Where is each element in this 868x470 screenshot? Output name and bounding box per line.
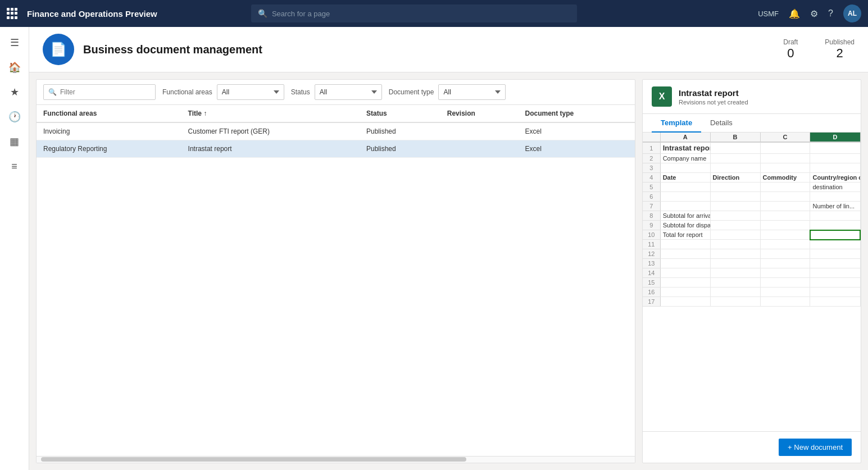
spreadsheet-cell[interactable]: [710, 154, 760, 163]
spreadsheet-cell[interactable]: [810, 288, 860, 297]
scrollbar-track[interactable]: [41, 457, 466, 462]
spreadsheet-row: 9Subtotal for dispatches: [643, 221, 860, 230]
sidebar-recent-icon[interactable]: 🕐: [3, 106, 26, 128]
spreadsheet-cell[interactable]: [710, 142, 760, 154]
sidebar-favorites-icon[interactable]: ★: [3, 81, 26, 103]
spreadsheet-cell[interactable]: [810, 163, 860, 173]
spreadsheet-cell[interactable]: [760, 288, 810, 297]
spreadsheet-cell[interactable]: Number of lin...: [810, 202, 860, 211]
spreadsheet-cell[interactable]: [760, 259, 810, 268]
sidebar-workspaces-icon[interactable]: ▦: [3, 130, 26, 153]
row-number: 1: [643, 142, 660, 154]
functional-areas-select[interactable]: All: [217, 84, 284, 100]
spreadsheet-row: 6: [643, 192, 860, 202]
spreadsheet-cell[interactable]: [810, 268, 860, 278]
spreadsheet-cell[interactable]: [810, 221, 860, 230]
spreadsheet-cell[interactable]: [710, 221, 760, 230]
spreadsheet-cell[interactable]: [710, 202, 760, 211]
spreadsheet-cell[interactable]: [660, 202, 710, 211]
spreadsheet-cell[interactable]: Direction: [710, 173, 760, 182]
spreadsheet-cell[interactable]: [810, 211, 860, 221]
spreadsheet-cell[interactable]: [810, 230, 860, 240]
spreadsheet-cell[interactable]: [660, 259, 710, 268]
col-title[interactable]: Title ↑: [181, 105, 360, 122]
spreadsheet-cell[interactable]: [760, 211, 810, 221]
spreadsheet-cell[interactable]: [660, 192, 710, 202]
spreadsheet-cell[interactable]: [810, 192, 860, 202]
spreadsheet-cell[interactable]: [660, 268, 710, 278]
table-row[interactable]: Regulatory ReportingIntrastat reportPubl…: [37, 140, 635, 158]
spreadsheet-cell[interactable]: [810, 142, 860, 154]
spreadsheet-cell[interactable]: [760, 202, 810, 211]
spreadsheet-cell[interactable]: [760, 249, 810, 259]
spreadsheet-cell[interactable]: [810, 278, 860, 288]
filter-input[interactable]: [60, 88, 151, 96]
spreadsheet-cell[interactable]: [760, 192, 810, 202]
row-number: 7: [643, 202, 660, 211]
spreadsheet-cell[interactable]: [660, 163, 710, 173]
sidebar-home-icon[interactable]: 🏠: [3, 56, 26, 79]
filter-input-container[interactable]: 🔍: [43, 84, 156, 100]
spreadsheet-cell[interactable]: [760, 278, 810, 288]
sidebar-menu-icon[interactable]: ☰: [3, 31, 26, 54]
spreadsheet-cell[interactable]: Company name: [660, 154, 710, 163]
spreadsheet-cell[interactable]: [710, 249, 760, 259]
spreadsheet-cell[interactable]: [760, 240, 810, 249]
spreadsheet-cell[interactable]: Intrastat report: [660, 142, 710, 154]
spreadsheet-cell[interactable]: destination: [810, 182, 860, 192]
search-input[interactable]: [272, 10, 570, 18]
scrollbar-area[interactable]: [37, 456, 635, 463]
settings-icon[interactable]: ⚙: [810, 8, 818, 19]
spreadsheet-cell[interactable]: [760, 142, 810, 154]
search-bar[interactable]: 🔍: [251, 4, 577, 22]
spreadsheet-cell[interactable]: [710, 259, 760, 268]
new-document-button[interactable]: + New document: [779, 439, 852, 456]
spreadsheet-cell[interactable]: [710, 297, 760, 307]
help-icon[interactable]: ?: [828, 8, 833, 19]
document-type-select[interactable]: All: [438, 84, 506, 100]
spreadsheet-row: 7Number of lin...: [643, 202, 860, 211]
spreadsheet-cell[interactable]: [810, 240, 860, 249]
spreadsheet-cell[interactable]: [760, 230, 810, 240]
spreadsheet-cell[interactable]: [660, 288, 710, 297]
spreadsheet-cell[interactable]: [710, 230, 760, 240]
spreadsheet-cell[interactable]: [660, 182, 710, 192]
spreadsheet-cell[interactable]: Subtotal for dispatches: [660, 221, 710, 230]
spreadsheet-cell[interactable]: [760, 163, 810, 173]
spreadsheet-cell[interactable]: [760, 268, 810, 278]
spreadsheet-cell[interactable]: [760, 297, 810, 307]
user-avatar[interactable]: AL: [843, 4, 861, 22]
spreadsheet-cell[interactable]: [710, 240, 760, 249]
sidebar-modules-icon[interactable]: ≡: [3, 155, 26, 177]
spreadsheet-cell[interactable]: [810, 259, 860, 268]
table-row[interactable]: InvoicingCustomer FTI report (GER)Publis…: [37, 122, 635, 140]
spreadsheet-cell[interactable]: [760, 182, 810, 192]
spreadsheet-cell[interactable]: [660, 297, 710, 307]
status-select[interactable]: All: [315, 84, 382, 100]
spreadsheet-cell[interactable]: [660, 240, 710, 249]
spreadsheet-cell[interactable]: [760, 221, 810, 230]
spreadsheet-cell[interactable]: [810, 249, 860, 259]
spreadsheet-cell[interactable]: Country/region c...: [810, 173, 860, 182]
spreadsheet-cell[interactable]: [810, 297, 860, 307]
spreadsheet-cell[interactable]: Total for report: [660, 230, 710, 240]
company-selector[interactable]: USMF: [758, 10, 779, 18]
notification-icon[interactable]: 🔔: [789, 8, 800, 19]
spreadsheet-cell[interactable]: Subtotal for arrivals: [660, 211, 710, 221]
spreadsheet-cell[interactable]: [810, 154, 860, 163]
spreadsheet-cell[interactable]: [710, 163, 760, 173]
spreadsheet-cell[interactable]: [660, 249, 710, 259]
tab-details[interactable]: Details: [701, 114, 742, 133]
spreadsheet-cell[interactable]: Commodity: [760, 173, 810, 182]
spreadsheet-cell[interactable]: [760, 154, 810, 163]
spreadsheet-cell[interactable]: [710, 278, 760, 288]
app-grid-icon[interactable]: [7, 8, 18, 19]
spreadsheet-cell[interactable]: [710, 268, 760, 278]
tab-template[interactable]: Template: [652, 114, 701, 133]
spreadsheet-cell[interactable]: [710, 182, 760, 192]
spreadsheet-cell[interactable]: [710, 192, 760, 202]
spreadsheet-cell[interactable]: Date: [660, 173, 710, 182]
spreadsheet-cell[interactable]: [710, 211, 760, 221]
spreadsheet-cell[interactable]: [710, 288, 760, 297]
spreadsheet-cell[interactable]: [660, 278, 710, 288]
